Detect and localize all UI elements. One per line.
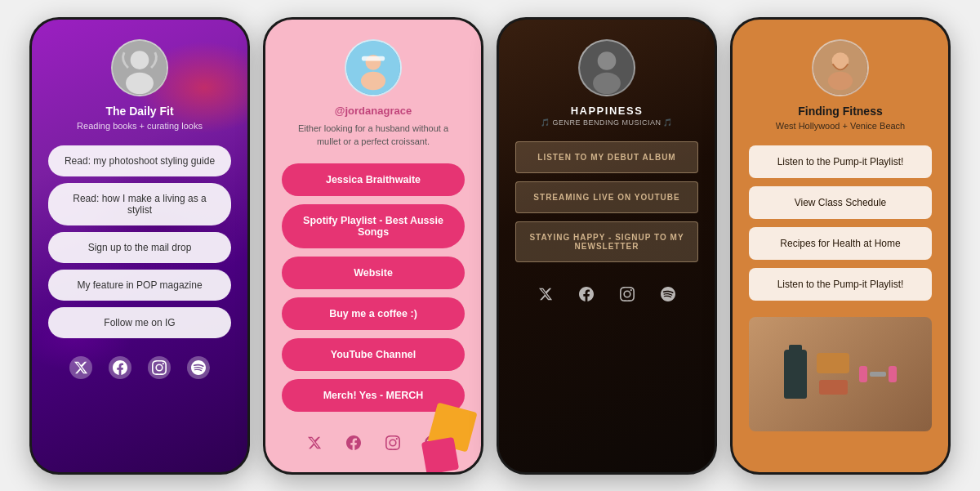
instagram-icon[interactable] [615,282,639,306]
svg-point-8 [598,51,617,70]
phone-finding-fitness: Finding Fitness West Hollywood + Venice … [730,17,951,475]
link-btn-3[interactable]: Listen to the Pump-it Playlist! [749,268,932,301]
svg-point-5 [361,71,385,90]
phone-jordan-grace: @jordanagrace Either looking for a husba… [263,17,483,475]
dumbbell [859,366,897,382]
spotify-icon[interactable] [187,356,210,379]
link-btn-2[interactable]: Website [282,257,465,289]
phone3-subtitle: 🎵 GENRE BENDING MUSICIAN 🎵 [541,118,673,127]
link-btn-1[interactable]: Spotify Playlist - Best Aussie Songs [282,204,465,248]
link-btn-0[interactable]: Read: my photoshoot styling guide [48,145,231,176]
link-btn-2[interactable]: Recipes for Health at Home [749,227,932,260]
link-btn-0[interactable]: Listen to the Pump-it Playlist! [749,145,932,178]
link-btn-2[interactable]: Sign up to the mail drop [48,232,231,263]
twitter-icon[interactable] [533,282,558,306]
link-btn-1[interactable]: STREAMING LIVE ON YOUTUBE [515,181,698,213]
avatar [578,39,635,96]
product-image [749,317,932,431]
svg-point-1 [131,51,149,69]
facebook-icon[interactable] [342,431,365,454]
phone4-subtitle: West Hollywood + Venice Beach [776,121,905,131]
link-btn-2[interactable]: STAYING HAPPY - SIGNUP TO MY NEWSLETTER [515,221,698,262]
phone2-content: @jordanagrace Either looking for a husba… [265,20,481,471]
shape-pink [421,436,459,474]
water-bottle [784,350,807,399]
phone1-content: The Daily Fit Reading books + curating l… [32,20,247,395]
phone4-content: Finding Fitness West Hollywood + Venice … [733,20,948,448]
yoga-block [817,353,849,373]
link-btn-3[interactable]: Buy me a coffee :) [282,297,465,330]
phone4-title: Finding Fitness [798,105,882,118]
link-btn-3[interactable]: My feature in POP magazine [48,270,231,301]
phone3-title: HAPPINESS [571,105,644,117]
phone4-inner: Finding Fitness West Hollywood + Venice … [733,20,948,472]
avatar [812,39,869,96]
link-btn-0[interactable]: LISTEN TO MY DEBUT ALBUM [515,141,698,173]
avatar [345,39,402,96]
svg-rect-6 [362,56,385,60]
phone3-content: HAPPINESS 🎵 GENRE BENDING MUSICIAN 🎵 LIS… [499,20,715,323]
twitter-icon[interactable] [303,431,326,454]
svg-point-12 [828,71,853,90]
phone-happiness: HAPPINESS 🎵 GENRE BENDING MUSICIAN 🎵 LIS… [497,17,717,475]
avatar [111,39,168,96]
social-icons [69,356,210,379]
instagram-icon[interactable] [148,356,171,379]
link-btn-4[interactable]: Follow me on IG [48,307,231,338]
link-btn-1[interactable]: Read: how I make a living as a stylist [48,183,231,225]
facebook-icon[interactable] [109,356,131,379]
phones-container: The Daily Fit Reading books + curating l… [29,17,951,475]
link-btn-0[interactable]: Jessica Braithwaite [282,163,465,196]
phone2-username: @jordanagrace [335,105,412,117]
svg-point-9 [593,72,621,93]
decorative-shapes [399,407,481,472]
phone1-subtitle: Reading books + curating looks [77,121,203,131]
phone1-title: The Daily Fit [105,105,173,118]
spotify-icon[interactable] [656,282,680,306]
phone1-inner: The Daily Fit Reading books + curating l… [32,20,247,472]
link-btn-4[interactable]: YouTube Channel [282,338,465,371]
svg-point-2 [126,72,154,93]
twitter-icon[interactable] [69,356,92,379]
phone2-inner: @jordanagrace Either looking for a husba… [265,20,481,472]
social-icons [533,282,680,306]
phone-daily-fit: The Daily Fit Reading books + curating l… [29,17,250,475]
facebook-icon[interactable] [574,282,599,306]
phone2-bio: Either looking for a husband without a m… [292,122,455,149]
link-btn-1[interactable]: View Class Schedule [749,186,932,219]
